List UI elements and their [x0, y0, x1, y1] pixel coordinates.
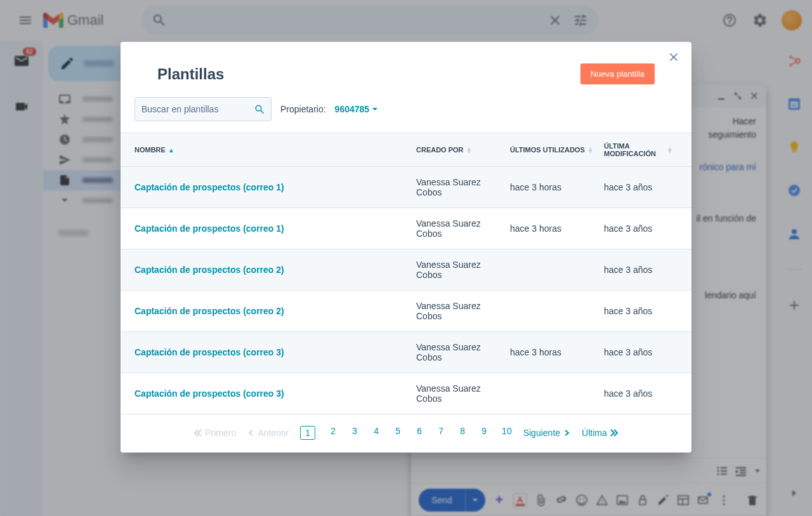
new-template-button[interactable]: Nueva plantilla	[580, 63, 655, 84]
table-row: Captación de prospectos (correo 2)Vaness…	[121, 249, 691, 291]
owner-value: 9604785	[335, 104, 370, 114]
page-number[interactable]: 7	[437, 426, 445, 440]
cell-last-modified: hace 3 años	[599, 380, 678, 407]
cell-last-used	[505, 385, 599, 402]
table-row: Captación de prospectos (correo 3)Vaness…	[121, 373, 691, 414]
caret-down-icon	[372, 106, 378, 112]
template-name-link[interactable]: Captación de prospectos (correo 2)	[121, 256, 411, 284]
page-first: Primero	[193, 428, 236, 438]
page-number[interactable]: 4	[372, 426, 380, 440]
cell-last-used	[505, 261, 599, 279]
double-chevron-right-icon	[610, 428, 619, 437]
cell-last-modified: hace 3 años	[599, 338, 678, 366]
template-name-link[interactable]: Captación de prospectos (correo 2)	[121, 297, 411, 325]
close-icon	[667, 51, 680, 63]
table-row: Captación de prospectos (correo 1)Vaness…	[121, 167, 691, 208]
table-row: Captación de prospectos (correo 1)Vaness…	[121, 208, 691, 249]
cell-last-used: hace 3 horas	[505, 215, 599, 242]
cell-last-modified: hace 3 años	[599, 297, 678, 325]
table-body: Captación de prospectos (correo 1)Vaness…	[121, 167, 691, 414]
page-number[interactable]: 10	[502, 426, 512, 440]
cell-last-used: hace 3 horas	[505, 173, 599, 201]
col-created-by[interactable]: CREADO POR▲▼	[411, 133, 505, 166]
cell-last-used: hace 3 horas	[505, 338, 599, 366]
page-number[interactable]: 6	[416, 426, 423, 440]
template-search-box[interactable]	[134, 97, 272, 121]
cell-last-modified: hace 3 años	[599, 256, 678, 284]
cell-created-by: Vanessa Suarez Cobos	[411, 251, 505, 289]
col-last-used[interactable]: ÚLTIMOS UTILIZADOS▲▼	[505, 133, 599, 166]
cell-last-modified: hace 3 años	[599, 215, 678, 242]
template-name-link[interactable]: Captación de prospectos (correo 3)	[121, 338, 411, 366]
owner-dropdown[interactable]: 9604785	[335, 104, 379, 114]
template-search-input[interactable]	[141, 104, 254, 114]
cell-created-by: Vanessa Suarez Cobos	[411, 374, 505, 413]
modal-close-button[interactable]	[667, 51, 680, 66]
modal-title: Plantillas	[157, 65, 224, 83]
owner-label: Propietario:	[280, 104, 326, 114]
col-last-modified[interactable]: ÚLTIMA MODIFICACIÓN▲▼	[599, 133, 678, 166]
chevron-right-icon	[563, 429, 570, 437]
page-number[interactable]: 5	[394, 426, 402, 440]
page-prev: Anterior	[247, 428, 289, 438]
table-header: NOMBRE▲ CREADO POR▲▼ ÚLTIMOS UTILIZADOS▲…	[121, 133, 691, 167]
templates-table: NOMBRE▲ CREADO POR▲▼ ÚLTIMOS UTILIZADOS▲…	[121, 133, 691, 414]
table-row: Captación de prospectos (correo 2)Vaness…	[121, 291, 691, 332]
template-name-link[interactable]: Captación de prospectos (correo 1)	[121, 215, 411, 242]
page-number[interactable]: 9	[480, 426, 488, 440]
sort-asc-icon: ▲	[168, 147, 174, 154]
search-icon	[254, 104, 265, 114]
cell-created-by: Vanessa Suarez Cobos	[411, 168, 505, 206]
cell-created-by: Vanessa Suarez Cobos	[411, 333, 505, 371]
double-chevron-left-icon	[193, 428, 202, 437]
page-last[interactable]: Última	[582, 428, 619, 438]
cell-created-by: Vanessa Suarez Cobos	[411, 292, 505, 330]
page-numbers: 12345678910	[300, 426, 511, 440]
templates-modal: Plantillas Nueva plantilla Propietario: …	[121, 42, 691, 453]
template-name-link[interactable]: Captación de prospectos (correo 1)	[121, 173, 411, 201]
page-number[interactable]: 8	[459, 426, 466, 440]
chevron-left-icon	[247, 429, 255, 437]
template-name-link[interactable]: Captación de prospectos (correo 3)	[121, 380, 411, 407]
page-number[interactable]: 2	[329, 426, 337, 440]
page-number[interactable]: 1	[300, 426, 315, 440]
sort-icon: ▲▼	[587, 147, 594, 153]
col-name[interactable]: NOMBRE▲	[121, 133, 411, 166]
page-next[interactable]: Siguiente	[523, 428, 570, 438]
cell-last-used	[505, 302, 599, 320]
sort-icon: ▲▼	[667, 147, 673, 153]
pagination: Primero Anterior 12345678910 Siguiente Ú…	[121, 414, 691, 442]
table-row: Captación de prospectos (correo 3)Vaness…	[121, 332, 691, 373]
sort-icon: ▲▼	[466, 147, 473, 153]
page-number[interactable]: 3	[351, 426, 358, 440]
cell-created-by: Vanessa Suarez Cobos	[411, 209, 505, 248]
cell-last-modified: hace 3 años	[599, 173, 678, 201]
